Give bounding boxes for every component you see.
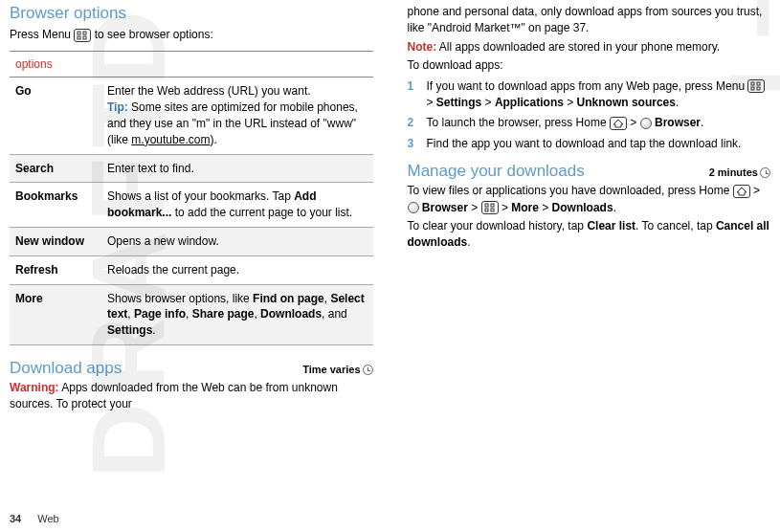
time-label: Time varies	[302, 364, 360, 375]
svg-rect-13	[491, 209, 494, 211]
svg-rect-5	[757, 82, 760, 85]
browser-options-intro: Press Menu to see browser options:	[10, 27, 373, 43]
menu-icon	[747, 79, 765, 93]
text: Apps downloaded from the Web can be from…	[10, 381, 338, 410]
right-column: phone and personal data, only download a…	[408, 4, 771, 415]
option-desc: Enter text to find.	[101, 154, 373, 183]
table-row: Search Enter text to find.	[10, 154, 373, 183]
table-row: Bookmarks Shows a list of your bookmarks…	[10, 183, 373, 228]
text: >	[750, 184, 760, 197]
path-segment: Browser	[655, 116, 701, 129]
text: Enter the Web address (URL) you want.	[107, 84, 311, 98]
two-column-layout: Browser options Press Menu to see browse…	[0, 0, 780, 415]
clock-icon	[760, 167, 770, 178]
text: ,	[186, 307, 192, 321]
text: >	[499, 201, 512, 214]
option-desc: Opens a new window.	[101, 227, 373, 255]
svg-marker-8	[613, 120, 623, 127]
svg-rect-2	[78, 36, 80, 39]
svg-rect-4	[751, 82, 754, 85]
text: If you want to download apps from any We…	[427, 79, 748, 93]
home-icon	[610, 117, 627, 130]
table-row: Refresh Reloads the current page.	[10, 255, 373, 284]
more-option: Downloads	[260, 307, 322, 321]
download-warning: Warning: Apps downloaded from the Web ca…	[10, 380, 373, 413]
manage-downloads-paragraph: To view files or applications you have d…	[408, 183, 771, 216]
menu-icon	[74, 29, 91, 42]
table-row: New window Opens a new window.	[10, 227, 373, 255]
time-estimate: 2 minutes	[709, 166, 770, 179]
text: >	[539, 201, 552, 214]
warning-label: Warning:	[10, 381, 59, 394]
text: . To cancel, tap	[635, 219, 716, 233]
clear-history-paragraph: To clear your download history, tap Clea…	[408, 218, 771, 252]
steps-intro: To download apps:	[408, 57, 771, 74]
option-key: More	[10, 284, 101, 344]
svg-rect-10	[485, 204, 488, 207]
more-option: Find on page	[253, 292, 324, 305]
text: Shows a list of your bookmarks. Tap	[107, 189, 294, 203]
option-desc: Shows a list of your bookmarks. Tap Add …	[101, 183, 373, 228]
option-key: New window	[10, 227, 101, 255]
path-segment: Applications	[495, 96, 564, 109]
text: to add the current page to your list.	[171, 206, 352, 219]
option-key: Search	[10, 154, 101, 183]
text: >	[468, 201, 481, 214]
more-option: Page info	[134, 307, 186, 321]
svg-marker-9	[737, 188, 747, 195]
path-segment: Browser	[422, 201, 468, 214]
svg-rect-7	[757, 87, 760, 90]
path-segment: Settings	[436, 96, 481, 109]
svg-rect-0	[78, 32, 80, 34]
time-estimate: Time varies	[302, 363, 372, 376]
option-key: Go	[10, 78, 101, 154]
home-icon	[733, 185, 750, 198]
text: >	[481, 96, 495, 109]
text: .	[152, 323, 155, 337]
clear-list-label: Clear list	[587, 219, 635, 233]
section-download-apps-title: Download apps	[10, 359, 122, 378]
svg-rect-11	[491, 204, 494, 207]
option-desc: Enter the Web address (URL) you want. Ti…	[101, 78, 373, 154]
footer-section: Web	[37, 513, 58, 524]
text: To view files or applications you have d…	[408, 184, 733, 197]
text: to see browser options:	[95, 28, 213, 41]
option-key: Bookmarks	[10, 183, 101, 228]
text: To launch the browser, press Home	[427, 116, 610, 129]
text: ).	[210, 133, 216, 146]
text: .	[613, 201, 616, 214]
step-body: If you want to download apps from any We…	[427, 78, 771, 112]
list-item: 1 If you want to download apps from any …	[408, 78, 771, 112]
table-row: More Shows browser options, like Find on…	[10, 284, 373, 344]
step-body: Find the app you want to download and ta…	[427, 136, 742, 152]
text: .	[701, 116, 703, 129]
more-option: Share page	[192, 307, 255, 321]
text: Shows browser options, like	[107, 292, 253, 305]
left-column: Browser options Press Menu to see browse…	[10, 4, 373, 415]
page-footer: 34 Web	[10, 513, 59, 524]
option-key: Refresh	[10, 255, 101, 284]
text: .	[467, 235, 470, 249]
example-url: m.youtube.com	[131, 133, 210, 146]
download-steps-list: 1 If you want to download apps from any …	[408, 78, 771, 153]
svg-rect-1	[83, 32, 86, 34]
text: ,	[127, 307, 134, 321]
section-manage-downloads-title: Manage your downloads	[408, 162, 585, 181]
table-row: Go Enter the Web address (URL) you want.…	[10, 78, 373, 154]
text: >	[627, 116, 640, 129]
tip-label: Tip:	[107, 100, 128, 114]
options-table: options Go Enter the Web address (URL) y…	[10, 51, 373, 345]
text: , and	[322, 307, 347, 321]
text: Press Menu	[10, 28, 74, 41]
options-table-header: options	[10, 52, 373, 78]
section-browser-options-title: Browser options	[10, 4, 373, 23]
note-paragraph: Note: All apps downloaded are stored in …	[408, 39, 771, 55]
browser-globe-icon	[640, 118, 652, 129]
clock-icon	[363, 365, 373, 375]
step-body: To launch the browser, press Home > Brow…	[427, 115, 704, 131]
option-desc: Shows browser options, like Find on page…	[101, 284, 373, 344]
path-segment: Unknown sources	[577, 96, 676, 109]
page-number: 34	[10, 513, 21, 524]
menu-icon	[481, 201, 499, 214]
time-label: 2 minutes	[709, 166, 758, 178]
